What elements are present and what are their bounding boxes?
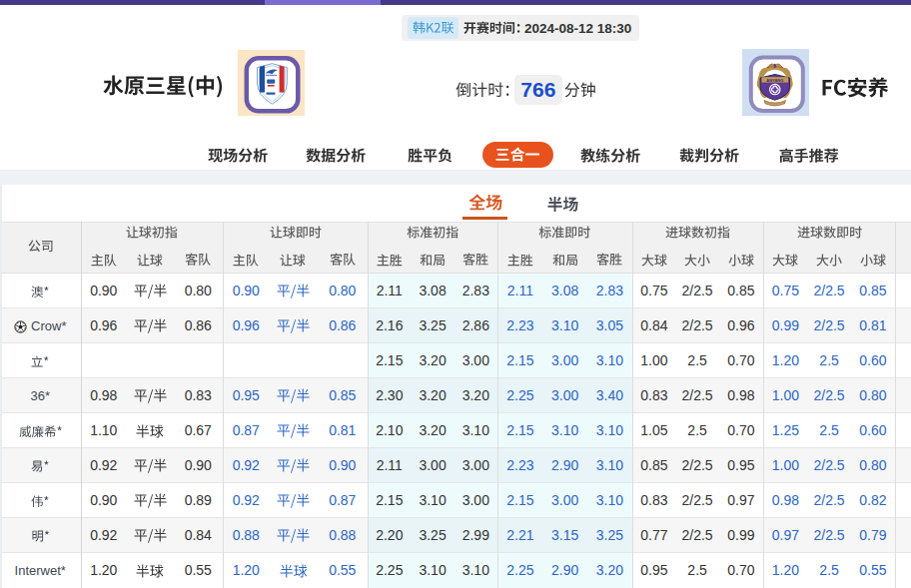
svg-text:ANYANG: ANYANG <box>766 78 783 83</box>
